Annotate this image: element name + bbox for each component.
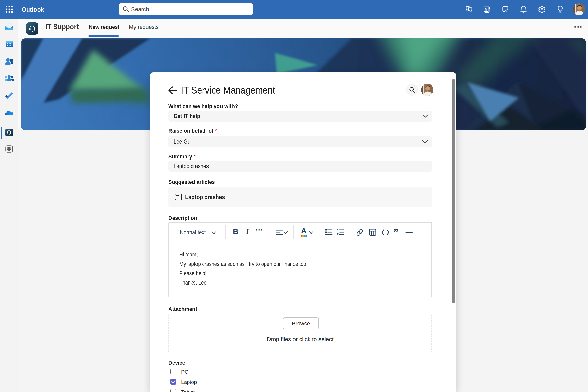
svg-text:1: 1 [337, 229, 339, 232]
svg-text:2: 2 [337, 232, 339, 235]
